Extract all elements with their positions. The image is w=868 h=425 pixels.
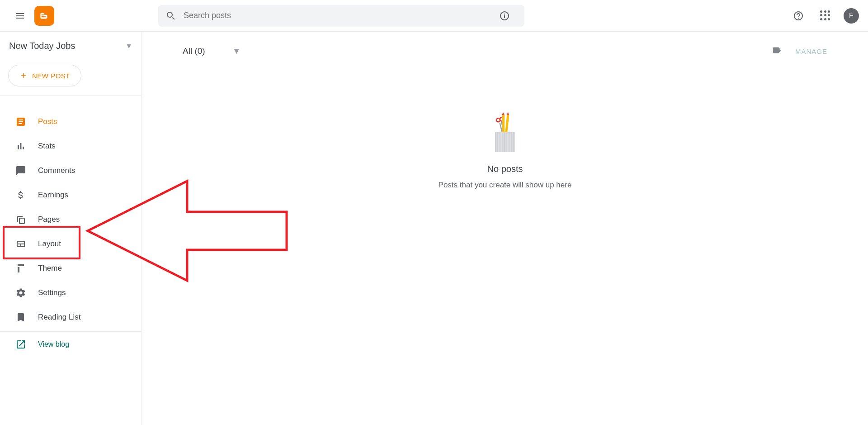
sidebar-item-posts[interactable]: Posts <box>0 110 142 134</box>
blogger-logo-icon <box>38 10 50 22</box>
filter-dropdown[interactable]: All (0) ▼ <box>183 46 241 56</box>
sidebar-item-theme[interactable]: Theme <box>0 256 142 281</box>
blog-selector[interactable]: New Today Jobs ▼ <box>0 41 142 60</box>
nav-label: Theme <box>38 264 62 273</box>
main-menu-button[interactable] <box>9 5 31 27</box>
open-in-new-icon <box>15 339 26 350</box>
chevron-down-icon: ▼ <box>125 42 132 50</box>
nav-label: Posts <box>38 117 57 126</box>
blogger-logo[interactable] <box>34 6 54 26</box>
nav-label: Stats <box>38 142 56 151</box>
apps-button[interactable] <box>816 7 835 25</box>
empty-subtitle: Posts that you create will show up here <box>439 181 572 190</box>
nav-label: Settings <box>38 288 66 297</box>
plus-icon <box>19 72 28 80</box>
label-button[interactable] <box>771 45 783 57</box>
avatar-initial: F <box>849 12 854 20</box>
manage-link[interactable]: MANAGE <box>795 48 827 55</box>
view-blog-link[interactable]: View blog <box>0 332 142 357</box>
nav-label: Layout <box>38 239 61 248</box>
empty-state: No posts Posts that you create will show… <box>160 116 850 190</box>
divider <box>0 96 142 96</box>
pencil-cup-illustration <box>491 116 519 152</box>
apps-icon <box>820 10 831 21</box>
search-info-button[interactable] <box>499 7 517 25</box>
earnings-icon <box>15 190 26 201</box>
layout-icon <box>15 239 26 249</box>
info-icon <box>499 10 510 21</box>
new-post-label: NEW POST <box>32 72 70 80</box>
search-bar[interactable] <box>158 5 524 27</box>
nav-label: Reading List <box>38 313 81 322</box>
account-avatar[interactable]: F <box>844 8 859 24</box>
settings-icon <box>15 287 26 298</box>
new-post-button[interactable]: NEW POST <box>8 65 81 86</box>
chevron-down-icon: ▼ <box>232 46 241 56</box>
header: F <box>0 0 868 32</box>
main-content: All (0) ▼ MANAGE No posts Posts that you <box>142 32 868 425</box>
stats-icon <box>15 141 26 152</box>
filter-label: All (0) <box>183 46 205 56</box>
sidebar-item-pages[interactable]: Pages <box>0 207 142 232</box>
header-right: F <box>789 7 859 25</box>
sidebar-item-settings[interactable]: Settings <box>0 281 142 305</box>
nav-label: Pages <box>38 215 60 224</box>
sidebar-item-reading-list[interactable]: Reading List <box>0 305 142 329</box>
sidebar-item-layout[interactable]: Layout <box>0 232 142 256</box>
help-button[interactable] <box>789 7 807 25</box>
nav-label: Earnings <box>38 191 68 200</box>
posts-icon <box>15 116 26 127</box>
search-icon <box>165 10 176 21</box>
pages-icon <box>15 214 26 225</box>
help-icon <box>793 10 804 21</box>
search-input[interactable] <box>184 11 499 20</box>
sidebar-item-stats[interactable]: Stats <box>0 134 142 158</box>
posts-toolbar: All (0) ▼ MANAGE <box>160 45 850 57</box>
sidebar-item-earnings[interactable]: Earnings <box>0 183 142 207</box>
bookmark-icon <box>15 312 26 323</box>
empty-title: No posts <box>487 164 523 174</box>
view-blog-label: View blog <box>38 340 69 349</box>
hamburger-icon <box>14 10 25 21</box>
theme-icon <box>15 263 26 274</box>
blog-name: New Today Jobs <box>9 41 125 51</box>
sidebar: New Today Jobs ▼ NEW POST Posts Stats Co… <box>0 32 142 425</box>
comments-icon <box>15 165 26 176</box>
label-icon <box>771 45 783 55</box>
nav-label: Comments <box>38 166 75 175</box>
sidebar-item-comments[interactable]: Comments <box>0 158 142 183</box>
